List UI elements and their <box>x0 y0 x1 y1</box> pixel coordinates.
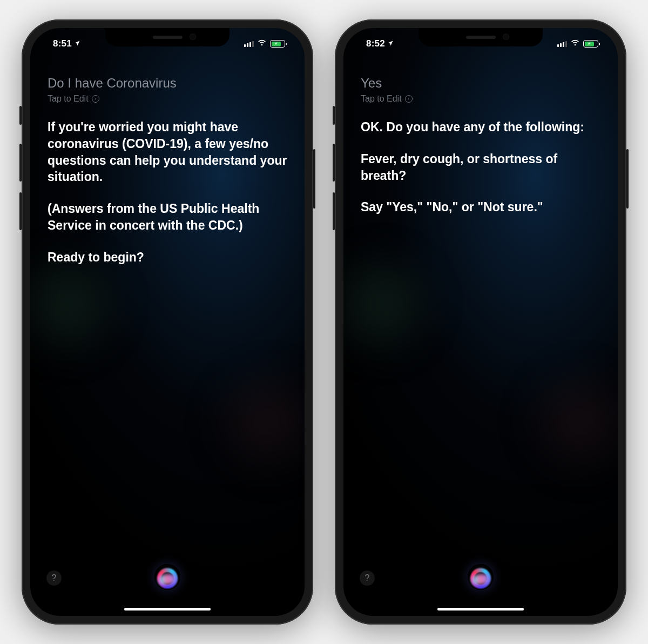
cellular-signal-icon <box>557 41 567 47</box>
chevron-right-icon: › <box>405 95 413 103</box>
wifi-icon <box>570 39 580 49</box>
help-label: ? <box>52 573 57 583</box>
speaker-grille <box>466 36 496 39</box>
location-icon <box>74 40 80 48</box>
phone-frame: 8:52 ⚡︎ Yes Tap to Edit › <box>335 19 626 625</box>
siri-response: OK. Do you have any of the following: Fe… <box>361 119 600 216</box>
wifi-icon <box>257 39 267 49</box>
siri-orb-button[interactable] <box>154 564 180 590</box>
location-icon <box>387 40 394 48</box>
help-label: ? <box>365 573 370 583</box>
notch <box>418 28 543 46</box>
mute-switch[interactable] <box>19 106 22 125</box>
response-paragraph: (Answers from the US Public Health Servi… <box>48 200 287 234</box>
battery-icon: ⚡︎ <box>270 40 285 48</box>
siri-query-text: Do I have Coronavirus <box>48 76 287 91</box>
siri-orb-button[interactable] <box>468 564 494 590</box>
tap-to-edit-button[interactable]: Tap to Edit › <box>48 94 287 104</box>
siri-content: Yes Tap to Edit › OK. Do you have any of… <box>343 71 618 616</box>
volume-down-button[interactable] <box>19 192 22 230</box>
cellular-signal-icon <box>244 41 254 47</box>
tap-to-edit-label: Tap to Edit <box>48 94 89 104</box>
charging-bolt-icon: ⚡︎ <box>588 41 591 46</box>
response-paragraph: Fever, dry cough, or shortness of breath… <box>361 151 600 184</box>
volume-up-button[interactable] <box>19 144 22 182</box>
siri-orb-icon <box>468 564 494 590</box>
power-button[interactable] <box>626 149 629 209</box>
charging-bolt-icon: ⚡︎ <box>274 41 278 46</box>
tap-to-edit-label: Tap to Edit <box>361 94 402 104</box>
status-time: 8:51 <box>53 38 72 49</box>
front-camera <box>190 33 196 40</box>
phone-screen: 8:51 ⚡︎ Do I have Coronavirus Tap to Edi… <box>30 28 305 616</box>
battery-icon: ⚡︎ <box>583 40 598 48</box>
volume-up-button[interactable] <box>333 144 335 182</box>
siri-content: Do I have Coronavirus Tap to Edit › If y… <box>30 71 305 616</box>
home-indicator[interactable] <box>437 608 524 611</box>
siri-response: If you're worried you might have coronav… <box>48 119 287 266</box>
home-indicator[interactable] <box>124 608 211 611</box>
volume-down-button[interactable] <box>333 192 335 230</box>
phone-frame: 8:51 ⚡︎ Do I have Coronavirus Tap to Edi… <box>22 19 313 625</box>
help-button[interactable]: ? <box>360 571 375 586</box>
status-time: 8:52 <box>366 38 385 49</box>
response-paragraph: OK. Do you have any of the following: <box>361 119 600 136</box>
notch <box>105 28 230 46</box>
response-paragraph: Say "Yes," "No," or "Not sure." <box>361 199 600 216</box>
help-button[interactable]: ? <box>46 571 62 586</box>
siri-query-text: Yes <box>361 76 600 91</box>
response-paragraph: Ready to begin? <box>48 249 287 266</box>
speaker-grille <box>153 36 183 39</box>
mute-switch[interactable] <box>333 106 335 125</box>
siri-orb-icon <box>154 564 180 590</box>
chevron-right-icon: › <box>92 95 99 103</box>
tap-to-edit-button[interactable]: Tap to Edit › <box>361 94 600 104</box>
power-button[interactable] <box>313 149 315 209</box>
front-camera <box>503 33 509 40</box>
response-paragraph: If you're worried you might have coronav… <box>48 119 287 185</box>
phone-screen: 8:52 ⚡︎ Yes Tap to Edit › <box>343 28 618 616</box>
